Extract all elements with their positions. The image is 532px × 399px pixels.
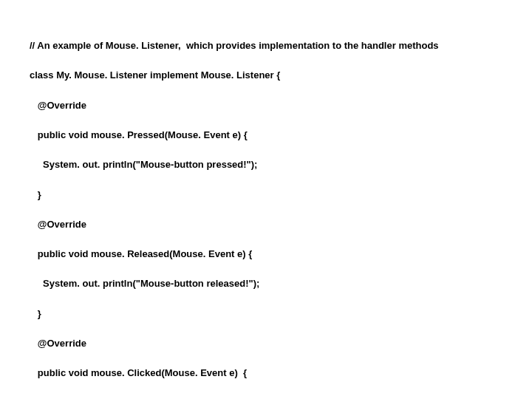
code-line: @Override <box>30 336 532 351</box>
code-line: } <box>30 188 532 202</box>
code-line: public void mouse. Clicked(Mouse. Event … <box>30 366 532 381</box>
code-line: // An example of Mouse. Listener, which … <box>30 38 532 53</box>
code-line: public void mouse. Released(Mouse. Event… <box>30 247 532 262</box>
code-line: @Override <box>30 98 532 113</box>
code-line: System. out. println("Mouse-button click… <box>30 396 532 399</box>
code-line: System. out. println("Mouse-button press… <box>30 157 532 172</box>
code-line: @Override <box>30 217 532 232</box>
code-line: } <box>30 307 532 321</box>
code-line: public void mouse. Pressed(Mouse. Event … <box>30 128 532 143</box>
code-line: System. out. println("Mouse-button relea… <box>30 276 532 291</box>
code-line: class My. Mouse. Listener implement Mous… <box>30 68 532 83</box>
code-block: // An example of Mouse. Listener, which … <box>0 0 532 399</box>
